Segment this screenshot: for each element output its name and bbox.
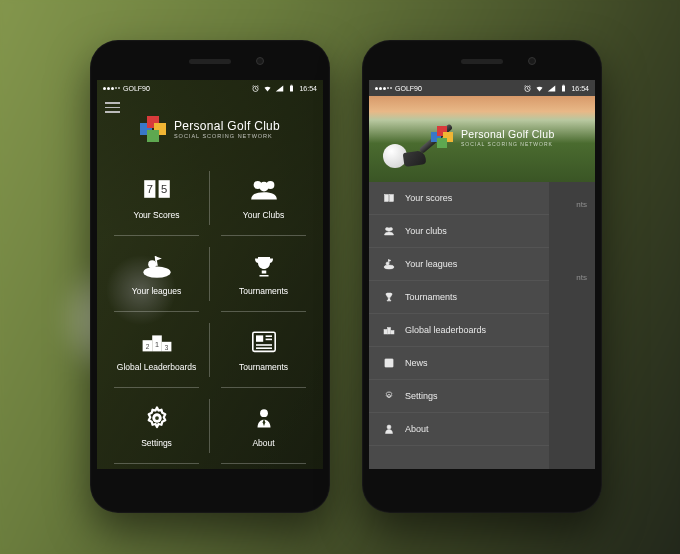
grid-label: Global Leaderboards	[117, 362, 196, 372]
news-icon	[383, 357, 395, 369]
alarm-icon	[251, 84, 260, 93]
clubs-icon	[383, 225, 395, 237]
gear-icon	[141, 404, 173, 432]
svg-rect-39	[391, 331, 394, 335]
phone-speaker	[461, 59, 503, 64]
drawer-item-your-leagues[interactable]: Your leagues	[369, 248, 549, 281]
svg-rect-2	[291, 84, 293, 85]
drawer-item-your-clubs[interactable]: Your clubs	[369, 215, 549, 248]
svg-point-35	[384, 265, 394, 269]
leagues-icon	[141, 252, 173, 280]
nav-drawer: Your scores Your clubs Your leagues Tour…	[369, 182, 549, 469]
phone-mockup-drawer: GOLF90 16:54 Personal Golf Club SOCIAL	[362, 40, 602, 513]
alarm-icon	[523, 84, 532, 93]
drawer-label: News	[405, 358, 428, 368]
drawer-item-about[interactable]: About	[369, 413, 549, 446]
clock-label: 16:54	[571, 85, 589, 92]
drawer-label: Global leaderboards	[405, 325, 486, 335]
fragment-text: nts	[576, 273, 587, 282]
svg-point-34	[387, 228, 391, 232]
app-logo-icon	[431, 126, 453, 148]
app-brand: Personal Golf Club SOCIAL SCORING NETWOR…	[431, 126, 555, 148]
person-icon	[248, 404, 280, 432]
svg-text:2: 2	[145, 343, 149, 350]
signal-dots-icon	[375, 87, 392, 90]
drawer-item-news[interactable]: News	[369, 347, 549, 380]
grid-label: Your Scores	[134, 210, 180, 220]
grid-item-settings[interactable]: Settings	[103, 388, 210, 464]
app-tagline: SOCIAL SCORING NETWORK	[174, 133, 280, 139]
scores-icon: 75	[141, 176, 173, 204]
grid-item-news[interactable]: Tournaments	[210, 312, 317, 388]
screen-home: GOLF90 16:54 Personal Golf Club SOCIAL S…	[97, 80, 323, 469]
svg-point-26	[260, 409, 268, 417]
phone-speaker	[189, 59, 231, 64]
leagues-icon	[383, 258, 395, 270]
person-icon	[383, 423, 395, 435]
svg-point-46	[387, 425, 391, 429]
svg-rect-29	[563, 84, 565, 85]
grid-label: Settings	[141, 438, 172, 448]
drawer-label: Your leagues	[405, 259, 457, 269]
drawer-label: Tournaments	[405, 292, 457, 302]
trophy-icon	[383, 291, 395, 303]
svg-rect-1	[290, 85, 293, 91]
drawer-hero: Personal Golf Club SOCIAL SCORING NETWOR…	[369, 96, 595, 182]
svg-text:5: 5	[161, 183, 167, 195]
menu-button[interactable]	[105, 102, 120, 113]
svg-rect-19	[256, 336, 263, 342]
screen-drawer: GOLF90 16:54 Personal Golf Club SOCIAL	[369, 80, 595, 469]
svg-rect-31	[390, 195, 394, 202]
phone-camera	[528, 57, 536, 65]
cell-icon	[275, 84, 284, 93]
grid-item-your-clubs[interactable]: Your Clubs	[210, 160, 317, 236]
drawer-label: Your scores	[405, 193, 452, 203]
grid-item-about[interactable]: About	[210, 388, 317, 464]
drawer-item-your-scores[interactable]: Your scores	[369, 182, 549, 215]
scores-icon	[383, 192, 395, 204]
svg-text:3: 3	[164, 344, 168, 351]
status-bar: GOLF90 16:54	[97, 80, 323, 96]
drawer-label: About	[405, 424, 429, 434]
news-icon	[248, 328, 280, 356]
grid-item-your-scores[interactable]: 75 Your Scores	[103, 160, 210, 236]
home-grid: 75 Your Scores Your Clubs Your leagues T…	[97, 160, 323, 464]
svg-point-25	[155, 416, 159, 420]
drawer-label: Settings	[405, 391, 438, 401]
svg-text:7: 7	[146, 183, 152, 195]
grid-label: Your Clubs	[243, 210, 284, 220]
app-title: Personal Golf Club	[174, 119, 280, 133]
svg-point-10	[143, 267, 170, 278]
svg-rect-41	[387, 361, 390, 364]
app-title: Personal Golf Club	[461, 127, 555, 141]
drawer-item-leaderboards[interactable]: Global leaderboards	[369, 314, 549, 347]
trophy-icon	[248, 252, 280, 280]
drawer-label: Your clubs	[405, 226, 447, 236]
grid-item-leaderboards[interactable]: 123 Global Leaderboards	[103, 312, 210, 388]
app-tagline: SOCIAL SCORING NETWORK	[461, 141, 555, 147]
svg-rect-28	[562, 85, 565, 91]
app-brand: Personal Golf Club SOCIAL SCORING NETWOR…	[97, 116, 323, 142]
drawer-item-tournaments[interactable]: Tournaments	[369, 281, 549, 314]
cell-icon	[547, 84, 556, 93]
svg-point-9	[259, 182, 269, 192]
carrier-label: GOLF90	[123, 85, 150, 92]
svg-rect-30	[385, 195, 389, 202]
svg-text:1: 1	[155, 340, 159, 349]
grid-item-your-leagues[interactable]: Your leagues	[103, 236, 210, 312]
grid-label: Tournaments	[239, 362, 288, 372]
phone-mockup-home: GOLF90 16:54 Personal Golf Club SOCIAL S…	[90, 40, 330, 513]
gear-icon	[383, 390, 395, 402]
drawer-item-settings[interactable]: Settings	[369, 380, 549, 413]
app-logo-icon	[140, 116, 166, 142]
podium-icon	[383, 324, 395, 336]
grid-label: About	[252, 438, 274, 448]
wifi-icon	[535, 84, 544, 93]
grid-label: Tournaments	[239, 286, 288, 296]
carrier-label: GOLF90	[395, 85, 422, 92]
svg-rect-38	[384, 330, 387, 335]
clubs-icon	[248, 176, 280, 204]
phone-camera	[256, 57, 264, 65]
clock-label: 16:54	[299, 85, 317, 92]
grid-item-tournaments[interactable]: Tournaments	[210, 236, 317, 312]
